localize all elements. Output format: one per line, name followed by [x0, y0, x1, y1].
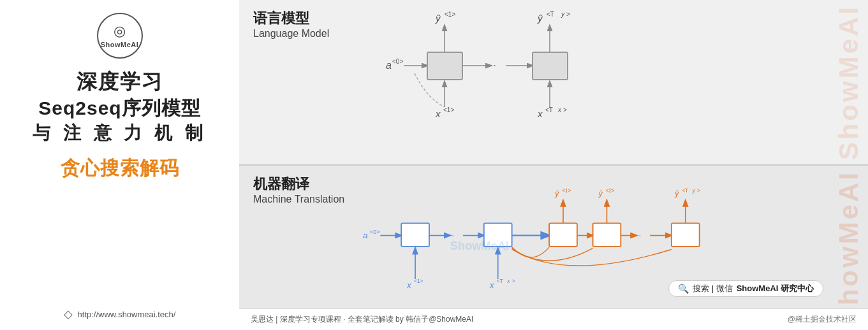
svg-text:x: x [406, 280, 411, 290]
greedy-label: 贪心搜索解码 [61, 155, 179, 182]
svg-text:y: y [561, 11, 565, 18]
search-brand: ShowMeAI 研究中心 [737, 283, 814, 294]
svg-text:x: x [489, 280, 494, 290]
title-sub: Seq2seq序列模型 [38, 96, 200, 120]
svg-text:a: a [363, 231, 368, 240]
link-icon: ◇ [64, 307, 73, 321]
bottom-bar: 吴恩达 | 深度学习专项课程 · 全套笔记解读 by 韩信子@ShowMeAI … [239, 308, 868, 330]
svg-text:>: > [512, 278, 515, 284]
svg-text:ŷ: ŷ [674, 189, 679, 198]
svg-text:>: > [697, 188, 700, 194]
search-label: 搜索 | 微信 [693, 283, 733, 294]
left-panel: ◎ ShowMeAI 深度学习 Seq2seq序列模型 与 注 意 力 机 制 … [0, 0, 239, 330]
svg-text:<2>: <2> [606, 188, 615, 194]
svg-text:<T: <T [497, 278, 503, 284]
footer-right-text: @稀土掘金技术社区 [788, 314, 857, 325]
svg-text:x: x [557, 106, 562, 113]
svg-text:ŷ: ŷ [435, 13, 441, 24]
svg-text:<0>: <0> [392, 58, 403, 65]
svg-text:<T: <T [545, 106, 553, 113]
svg-rect-33 [549, 223, 577, 247]
search-bar[interactable]: 🔍 搜索 | 微信 ShowMeAI 研究中心 [668, 280, 823, 297]
svg-rect-27 [401, 223, 429, 247]
svg-text:···: ··· [487, 59, 496, 71]
link-url: http://www.showmeai.tech/ [78, 310, 176, 319]
svg-rect-35 [593, 223, 621, 247]
svg-text:>: > [566, 11, 570, 18]
title-sub2: 与 注 意 力 机 制 [33, 120, 207, 145]
section-title-zh-bottom: 机器翻译 [253, 175, 309, 194]
svg-rect-3 [427, 52, 462, 80]
svg-text:<1>: <1> [562, 188, 571, 194]
svg-text:<1>: <1> [443, 106, 454, 113]
footer-left-text: 吴恩达 | 深度学习专项课程 · 全套笔记解读 by 韩信子@ShowMeAI [251, 314, 473, 325]
svg-text:···: ··· [633, 229, 642, 240]
svg-text:a: a [386, 60, 392, 71]
svg-text:<1>: <1> [414, 278, 423, 284]
logo-circle: ◎ ShowMeAI [97, 13, 143, 59]
svg-text:<0>: <0> [370, 229, 380, 235]
logo-label: ShowMeAI [101, 41, 139, 48]
diagram-top: 语言模型 Language Model a <0> ··· ŷ <1> [239, 0, 868, 166]
svg-text:x: x [435, 108, 441, 119]
svg-text:ŷ: ŷ [554, 189, 559, 198]
svg-text:ŷ: ŷ [537, 13, 543, 24]
svg-text:<1>: <1> [445, 11, 455, 18]
svg-rect-39 [672, 223, 700, 247]
svg-rect-7 [533, 52, 568, 80]
svg-text:y: y [692, 188, 696, 194]
right-panel: 语言模型 Language Model a <0> ··· ŷ <1> [239, 0, 868, 330]
title-main: 深度学习 [77, 69, 163, 96]
bottom-link-area: ◇ http://www.showmeai.tech/ [0, 307, 239, 321]
diagram-bottom: 机器翻译 Machine Translation a <0> [239, 166, 868, 330]
logo-area: ◎ ShowMeAI [97, 13, 143, 59]
language-model-diagram: a <0> ··· ŷ <1> ŷ <T y > [316, 0, 864, 127]
svg-text:>: > [563, 106, 567, 113]
svg-text:x: x [506, 278, 510, 284]
search-icon: 🔍 [678, 283, 689, 294]
section-title-zh-top: 语言模型 [253, 9, 309, 28]
svg-text:<T: <T [682, 188, 688, 194]
machine-translation-diagram: a <0> ··· ··· [303, 166, 868, 299]
svg-text:ŷ: ŷ [598, 189, 603, 198]
logo-icon: ◎ [114, 23, 126, 39]
svg-text:x: x [537, 108, 543, 119]
svg-text:<T: <T [547, 11, 554, 18]
svg-text:ShowMeAI: ShowMeAI [450, 239, 509, 252]
